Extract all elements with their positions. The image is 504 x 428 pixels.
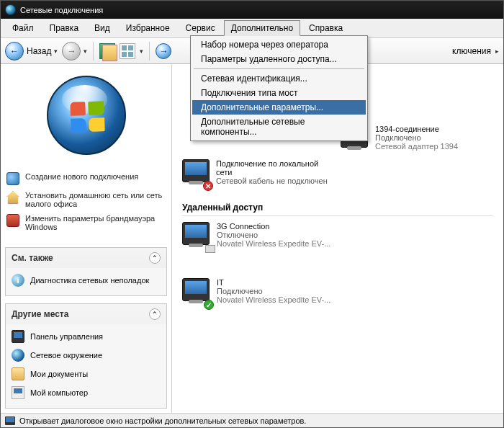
panel-header[interactable]: Другие места ⌃: [6, 304, 166, 324]
menu-file[interactable]: Файл: [5, 20, 41, 36]
connection-device: Novatel Wireless Expedite EV-...: [217, 239, 330, 248]
toolbar-separator: [149, 42, 150, 61]
chevron-right-icon: ▸: [495, 48, 499, 55]
link-label: Мой компьютер: [30, 388, 88, 397]
computer-icon: [12, 386, 24, 399]
back-icon: ←: [5, 42, 24, 61]
link-label: Панель управления: [30, 332, 103, 341]
sidebar: Создание нового подключения Установить д…: [1, 64, 172, 414]
chevron-down-icon: ▾: [140, 48, 143, 55]
network-tasks: Создание нового подключения Установить д…: [5, 169, 167, 234]
connection-it[interactable]: ✓ IT Подключено Novatel Wireless Expedit…: [182, 278, 333, 307]
connection-device: Сетевой адаптер 1394: [375, 142, 458, 151]
place-control-panel[interactable]: Панель управления: [10, 327, 162, 346]
panel-header[interactable]: См. также ⌃: [6, 248, 166, 268]
task-label: Изменить параметры брандмауэра Windows: [25, 214, 166, 231]
connection-icon: [182, 222, 210, 245]
window-titlebar: Сетевые подключения: [1, 1, 503, 19]
connection-icon: [182, 159, 210, 182]
forward-icon: →: [62, 42, 81, 61]
see-also-diagnostics[interactable]: i Диагностика сетевых неполадок: [10, 271, 162, 290]
chevron-down-icon: ▾: [84, 48, 87, 55]
place-my-computer[interactable]: Мой компьютер: [10, 383, 162, 402]
network-icon: [5, 4, 16, 15]
menu-view[interactable]: Вид: [87, 20, 117, 36]
link-label: Мои документы: [30, 370, 88, 378]
back-label: Назад: [27, 46, 51, 56]
collapse-icon[interactable]: ⌃: [149, 308, 161, 320]
connection-status: Сетевой кабель не подключен: [216, 177, 333, 185]
error-badge-icon: ✕: [203, 181, 213, 191]
statusbar: Открывает диалоговое окно настройки допо…: [1, 413, 503, 427]
windows-orb-icon: [47, 76, 126, 155]
back-button[interactable]: ← Назад ▾: [5, 42, 58, 61]
place-network-neighborhood[interactable]: Сетевое окружение: [10, 346, 162, 365]
connection-3g[interactable]: 3G Connection Отключено Novatel Wireless…: [182, 222, 333, 251]
panel-title: Другие места: [12, 309, 68, 319]
menu-help[interactable]: Справка: [302, 20, 350, 36]
network-neighborhood-icon: [12, 349, 24, 362]
dd-separator: [194, 68, 364, 69]
menu-edit[interactable]: Правка: [42, 20, 86, 36]
views-icon[interactable]: [120, 43, 135, 59]
dd-network-id[interactable]: Сетевая идентификация...: [192, 71, 366, 86]
connection-status: Подключено: [217, 287, 330, 295]
info-icon: i: [12, 274, 24, 287]
link-label: Сетевое окружение: [30, 351, 102, 360]
new-connection-icon: [6, 172, 19, 185]
connection-name: 3G Connection: [217, 222, 330, 231]
menu-favorites[interactable]: Избранное: [119, 20, 177, 36]
connection-status: Отключено: [217, 231, 330, 239]
menu-service[interactable]: Сервис: [179, 20, 222, 36]
folders-icon[interactable]: [99, 43, 115, 59]
toolbar-separator: [93, 42, 94, 61]
panel-see-also: См. также ⌃ i Диагностика сетевых непола…: [5, 247, 167, 296]
forward-button[interactable]: → ▾: [62, 42, 87, 61]
connection-name: 1394-соединение: [375, 125, 458, 133]
connected-badge-icon: ✓: [204, 300, 214, 310]
statusbar-icon: [5, 416, 15, 425]
hero-logo: [5, 68, 167, 165]
address-tail: ключения: [452, 46, 491, 56]
collapse-icon[interactable]: ⌃: [149, 252, 161, 264]
connection-status: Подключено: [375, 133, 458, 142]
chevron-down-icon: ▾: [54, 48, 58, 55]
menu-extra-dropdown: Набор номера через оператора Параметры у…: [190, 35, 368, 141]
menu-extra[interactable]: Дополнительно: [224, 20, 300, 36]
statusbar-text: Открывает диалоговое окно настройки допо…: [19, 416, 306, 425]
connection-lan[interactable]: ✕ Подключение по локальной сети Сетевой …: [182, 159, 333, 188]
panel-other-places: Другие места ⌃ Панель управления Сетевое…: [5, 303, 167, 409]
modem-subicon: [205, 245, 215, 253]
firewall-icon: [6, 214, 19, 227]
go-icon[interactable]: →: [156, 43, 171, 59]
task-firewall-settings[interactable]: Изменить параметры брандмауэра Windows: [5, 211, 167, 234]
dd-advanced-params[interactable]: Дополнительные параметры...: [192, 100, 366, 115]
panel-title: См. также: [12, 253, 53, 263]
connection-icon: [182, 278, 210, 301]
connection-name: Подключение по локальной сети: [216, 159, 333, 177]
home-network-icon: [6, 191, 19, 204]
dd-extra-net-components[interactable]: Дополнительные сетевые компоненты...: [192, 115, 366, 139]
window-title: Сетевые подключения: [20, 6, 103, 14]
place-my-documents[interactable]: Мои документы: [10, 365, 162, 383]
task-new-connection[interactable]: Создание нового подключения: [5, 169, 167, 188]
dd-remote-access-params[interactable]: Параметры удаленного доступа...: [192, 52, 366, 66]
connection-device: Novatel Wireless Expedite EV-...: [217, 295, 330, 304]
task-label: Создание нового подключения: [25, 172, 138, 181]
dd-bridge-conns[interactable]: Подключения типа мост: [192, 86, 366, 100]
section-remote-access: Удаленный доступ: [182, 202, 493, 216]
link-label: Диагностика сетевых неполадок: [30, 276, 149, 285]
connection-name: IT: [217, 278, 330, 287]
task-label: Установить домашнюю сеть или сеть малого…: [25, 191, 166, 208]
control-panel-icon: [12, 330, 24, 343]
task-setup-home-network[interactable]: Установить домашнюю сеть или сеть малого…: [5, 188, 167, 211]
folder-icon: [12, 367, 24, 380]
dd-operator-dial[interactable]: Набор номера через оператора: [192, 37, 366, 52]
menubar: Файл Правка Вид Избранное Сервис Дополни…: [1, 19, 503, 38]
